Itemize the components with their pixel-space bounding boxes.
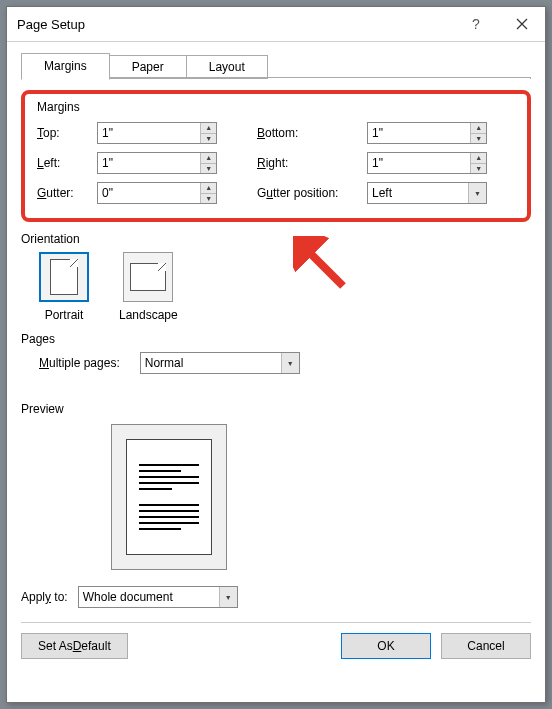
close-button[interactable] <box>499 7 545 41</box>
landscape-icon <box>123 252 173 302</box>
multiple-pages-label: Multiple pages: <box>39 356 120 370</box>
cancel-button[interactable]: Cancel <box>441 633 531 659</box>
chevron-down-icon[interactable]: ▼ <box>219 587 237 607</box>
bottom-margin-input[interactable] <box>368 123 470 143</box>
chevron-down-icon[interactable]: ▼ <box>468 183 486 203</box>
chevron-down-icon[interactable]: ▼ <box>281 353 299 373</box>
top-margin-input[interactable] <box>98 123 200 143</box>
apply-to-label: Apply to: <box>21 590 68 604</box>
top-margin-spinner[interactable]: ▲▼ <box>97 122 217 144</box>
multiple-pages-select[interactable]: Normal ▼ <box>140 352 300 374</box>
apply-to-row: Apply to: Whole document ▼ <box>21 586 531 608</box>
titlebar: Page Setup ? <box>7 7 545 41</box>
right-label: Right: <box>257 156 367 170</box>
preview-section: Preview <box>21 402 531 570</box>
orientation-title: Orientation <box>21 232 531 246</box>
tab-margins[interactable]: Margins <box>21 53 110 80</box>
gutter-position-label: Gutter position: <box>257 186 367 200</box>
pages-section: Pages Multiple pages: Normal ▼ <box>21 332 531 374</box>
left-margin-input[interactable] <box>98 153 200 173</box>
multiple-pages-value: Normal <box>141 356 281 370</box>
apply-to-value: Whole document <box>79 590 219 604</box>
left-label: Left: <box>37 156 97 170</box>
gutter-input[interactable] <box>98 183 200 203</box>
bottom-margin-spinner[interactable]: ▲▼ <box>367 122 487 144</box>
bottom-label: Bottom: <box>257 126 367 140</box>
spinner-arrows-icon[interactable]: ▲▼ <box>470 123 486 143</box>
orientation-landscape[interactable]: Landscape <box>119 252 178 322</box>
set-as-default-button[interactable]: Set As Default <box>21 633 128 659</box>
right-margin-spinner[interactable]: ▲▼ <box>367 152 487 174</box>
landscape-label: Landscape <box>119 308 178 322</box>
portrait-label: Portrait <box>45 308 84 322</box>
tab-strip: Margins Paper Layout <box>21 52 531 79</box>
dialog-button-row: Set As Default OK Cancel <box>21 633 531 659</box>
page-setup-dialog: Page Setup ? Margins Paper Layout Margin… <box>6 6 546 703</box>
pages-title: Pages <box>21 332 531 346</box>
help-button[interactable]: ? <box>453 7 499 41</box>
top-label: Top: <box>37 126 97 140</box>
preview-page-icon <box>126 439 212 555</box>
apply-to-select[interactable]: Whole document ▼ <box>78 586 238 608</box>
spinner-arrows-icon[interactable]: ▲▼ <box>200 153 216 173</box>
right-margin-input[interactable] <box>368 153 470 173</box>
margins-highlight-box: Margins Top: ▲▼ Bottom: ▲▼ Left: ▲▼ <box>21 90 531 222</box>
separator <box>21 622 531 623</box>
orientation-section: Orientation Portrait Landscape <box>21 232 531 322</box>
spinner-arrows-icon[interactable]: ▲▼ <box>470 153 486 173</box>
tab-layout[interactable]: Layout <box>186 55 268 79</box>
spinner-arrows-icon[interactable]: ▲▼ <box>200 123 216 143</box>
gutter-spinner[interactable]: ▲▼ <box>97 182 217 204</box>
preview-title: Preview <box>21 402 531 416</box>
gutter-position-value: Left <box>368 186 468 200</box>
left-margin-spinner[interactable]: ▲▼ <box>97 152 217 174</box>
window-title: Page Setup <box>17 17 85 32</box>
gutter-label: Gutter: <box>37 186 97 200</box>
preview-box <box>111 424 227 570</box>
tab-paper[interactable]: Paper <box>109 55 187 79</box>
margins-group-title: Margins <box>37 100 515 114</box>
portrait-icon <box>39 252 89 302</box>
ok-button[interactable]: OK <box>341 633 431 659</box>
spinner-arrows-icon[interactable]: ▲▼ <box>200 183 216 203</box>
gutter-position-select[interactable]: Left ▼ <box>367 182 487 204</box>
orientation-portrait[interactable]: Portrait <box>39 252 89 322</box>
